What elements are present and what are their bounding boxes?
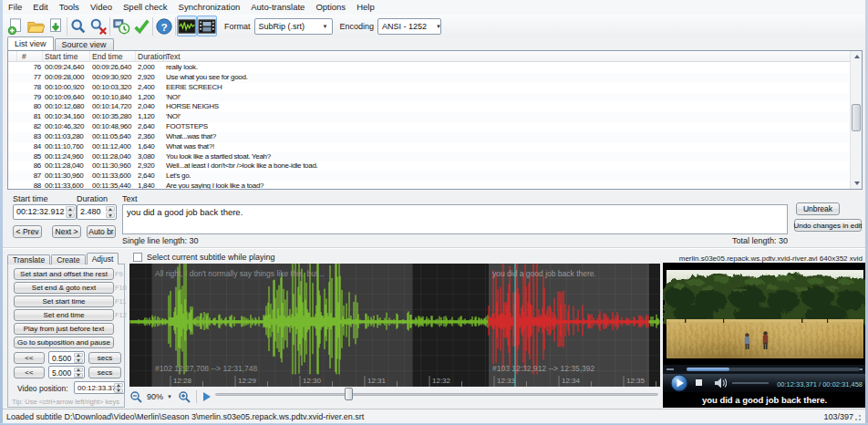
subtitle-row-84[interactable]: 8400:11:10,76000:11:12,4001,640What was …: [8, 142, 849, 152]
cell: Are you saying I look like a toad?: [164, 181, 849, 190]
replace-button[interactable]: [88, 16, 108, 36]
subtitle-row-83[interactable]: 8300:11:03,28000:11:05,6402,360What...wa…: [8, 132, 849, 142]
menu-edit[interactable]: Edit: [27, 0, 53, 15]
unbreak-button[interactable]: Unbreak: [796, 202, 840, 215]
rewind-small-value: 0.500: [52, 354, 71, 363]
set-end-time-button[interactable]: Set end time: [14, 309, 114, 321]
stop-button[interactable]: [696, 379, 702, 386]
column-header-duration[interactable]: Duration: [136, 51, 164, 61]
subtitle-text-input[interactable]: you did a good job back there.: [122, 204, 788, 234]
chevron-down-icon[interactable]: ▼: [167, 394, 172, 399]
zoom-in-icon[interactable]: [178, 390, 191, 404]
menu-file[interactable]: File: [3, 0, 27, 15]
cell: 00:11:35,440: [90, 181, 136, 190]
cell: 81: [17, 112, 43, 122]
play-waveform-icon[interactable]: [202, 391, 212, 402]
encoding-label: Encoding: [340, 22, 375, 31]
cell: [8, 181, 17, 190]
open-file-button[interactable]: [26, 16, 46, 36]
subtitle-row-81[interactable]: 8100:10:34,16000:10:35,2801,120'NO!': [8, 112, 849, 122]
scroll-down-icon[interactable]: [851, 178, 863, 189]
column-header-[interactable]: #: [17, 51, 43, 61]
volume-icon[interactable]: [714, 378, 727, 389]
menu-auto-translate[interactable]: Auto-translate: [245, 0, 310, 15]
cell: 2,040: [136, 102, 164, 112]
subtitle-row-86[interactable]: 8600:11:28,04000:11:30,9602,920Well...at…: [8, 161, 849, 171]
find-button[interactable]: [68, 16, 88, 36]
menu-help[interactable]: Help: [351, 0, 380, 15]
waveform-icon: [178, 17, 196, 36]
next-button[interactable]: Next >: [52, 225, 81, 238]
new-file-button[interactable]: [5, 16, 26, 36]
column-header-text[interactable]: Text: [164, 51, 862, 61]
video-toggle-button[interactable]: [197, 16, 217, 36]
waveform-toggle-button[interactable]: [177, 16, 197, 36]
tab-create[interactable]: Create: [51, 254, 86, 264]
waveform-panel[interactable]: All right, I don't normally say things l…: [129, 264, 660, 387]
menu-tools[interactable]: Tools: [54, 0, 85, 15]
menu-video[interactable]: Video: [85, 0, 118, 15]
menu-bar: FileEditToolsVideoSpell checkSynchroniza…: [3, 0, 865, 15]
help-button[interactable]: ?: [154, 16, 174, 36]
cell: [8, 102, 17, 112]
auto-br-button[interactable]: Auto br: [87, 225, 116, 238]
volume-slider[interactable]: [732, 382, 769, 384]
subtitle-row-85[interactable]: 8500:11:24,96000:11:28,0403,080You look …: [8, 152, 849, 162]
video-seekbar[interactable]: [663, 365, 866, 374]
menu-spell-check[interactable]: Spell check: [118, 0, 173, 15]
tab-source-view[interactable]: Source view: [55, 38, 114, 50]
check-icon: [132, 17, 150, 36]
undo-changes-button[interactable]: Undo changes in edit: [794, 219, 862, 232]
tab-translate[interactable]: Translate: [7, 254, 50, 264]
spell-check-button[interactable]: [131, 16, 151, 36]
subtitle-row-78[interactable]: 7800:10:00,92000:10:03,3202,400EERIE SCR…: [8, 83, 849, 93]
go-to-subposition-and-pause-button[interactable]: Go to subposition and pause: [14, 337, 114, 348]
waveform-scrollbar[interactable]: [215, 393, 658, 396]
subtitle-row-76[interactable]: 7600:09:24,64000:09:26,6402,000really lo…: [8, 63, 849, 73]
rewind-large-secs-button[interactable]: secs: [88, 367, 121, 378]
set-start-and-offset-the-rest-button[interactable]: Set start and offset the rest: [14, 268, 114, 280]
subtitle-row-79[interactable]: 7900:10:09,64000:10:10,8401,200'NO!': [8, 93, 849, 103]
tab-adjust[interactable]: Adjust: [87, 253, 119, 264]
save-button[interactable]: [46, 16, 66, 36]
column-header-start-time[interactable]: Start time: [43, 51, 90, 61]
select-current-subtitle-checkbox[interactable]: [133, 253, 142, 262]
cell: What was that?!: [164, 142, 849, 152]
rewind-small-spinner[interactable]: 0.500: [48, 351, 85, 364]
subtitle-row-87[interactable]: 8700:11:30,96000:11:33,6002,640Let's go.: [8, 171, 849, 181]
text-label: Text: [122, 194, 138, 203]
set-end-goto-next-button[interactable]: Set end & goto next: [14, 282, 114, 294]
start-time-spinner[interactable]: 00:12:32.912: [13, 204, 77, 220]
scroll-up-icon[interactable]: [851, 51, 863, 62]
resize-grip[interactable]: [854, 412, 863, 421]
duration-spinner[interactable]: 2.480: [77, 204, 117, 220]
prev-button[interactable]: < Prev: [13, 225, 42, 238]
rewind-small-secs-button[interactable]: secs: [88, 352, 121, 364]
format-combobox[interactable]: SubRip (.srt)▼: [254, 18, 333, 35]
column-header-end-time[interactable]: End time: [90, 51, 136, 61]
waveform-scrollbar-thumb[interactable]: [345, 388, 353, 400]
visual-sync-button[interactable]: [111, 16, 131, 36]
waveform-zoom-level[interactable]: 90%: [147, 392, 163, 401]
encoding-combobox[interactable]: ANSI - 1252▼: [377, 18, 441, 35]
set-start-time-button[interactable]: Set start time: [14, 295, 114, 307]
play-from-just-before-text-button[interactable]: Play from just before text: [14, 323, 114, 335]
menu-synchronization[interactable]: Synchronization: [173, 0, 246, 15]
table-scrollbar[interactable]: [850, 51, 862, 189]
subtitle-row-82[interactable]: 8200:10:46,32000:10:48,9602,640FOOTSTEPS: [8, 122, 849, 132]
tab-list-view[interactable]: List view: [7, 36, 54, 50]
rewind-large-spinner[interactable]: 5.000: [48, 366, 85, 378]
subtitle-row-80[interactable]: 8000:10:12,68000:10:14,7202,040HORSE NEI…: [8, 102, 849, 112]
play-button[interactable]: [670, 374, 688, 392]
rewind-large-button[interactable]: <<: [14, 367, 45, 378]
cell: [8, 142, 17, 152]
menu-options[interactable]: Options: [310, 0, 351, 15]
zoom-out-icon[interactable]: [129, 390, 143, 404]
video-position-spinner[interactable]: 00:12:33.371: [74, 381, 125, 394]
scrollbar-thumb[interactable]: [852, 104, 861, 131]
subtitle-row-88[interactable]: 8800:11:33,60000:11:35,4401,840Are you s…: [8, 181, 849, 190]
column-header-gutter[interactable]: [8, 51, 17, 61]
video-screen[interactable]: [663, 263, 866, 365]
subtitle-row-77[interactable]: 7700:09:28,00000:09:30,9202,920Use what …: [8, 73, 849, 83]
rewind-small-button[interactable]: <<: [14, 352, 45, 364]
